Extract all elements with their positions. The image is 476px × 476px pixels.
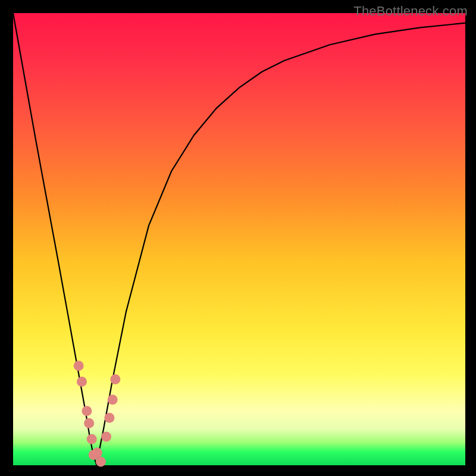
marker-dot	[82, 406, 92, 416]
chart-container: TheBottleneck.com	[0, 0, 476, 476]
marker-dot	[84, 418, 94, 428]
marker-dot	[96, 456, 106, 466]
marker-group	[74, 361, 121, 466]
marker-dot	[110, 374, 120, 384]
bottleneck-curve	[13, 13, 465, 465]
watermark-text: TheBottleneck.com	[353, 4, 468, 19]
marker-dot	[104, 413, 114, 423]
marker-dot	[108, 394, 118, 405]
marker-dot	[87, 434, 97, 444]
marker-dot	[74, 361, 84, 371]
plot-area	[13, 13, 465, 465]
marker-dot	[92, 447, 102, 458]
curve-layer	[13, 13, 465, 465]
marker-dot	[77, 377, 87, 387]
marker-dot	[101, 432, 111, 442]
